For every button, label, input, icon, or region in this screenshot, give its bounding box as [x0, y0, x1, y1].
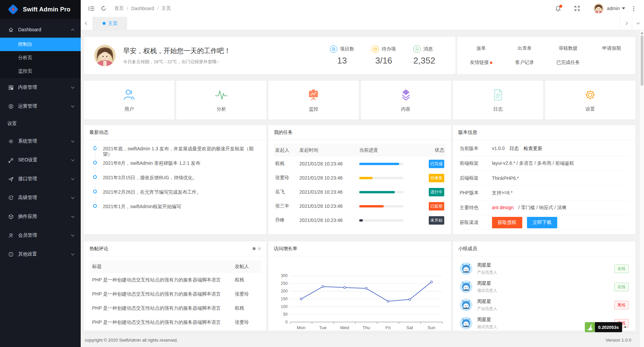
timeline-text: 2021年8月，swiftAdmin 里程碑版本 1.2.1 发布 [103, 160, 260, 166]
copyright-text: copyright © 2020 SwiftAdmin all rights r… [85, 338, 178, 343]
quick-link[interactable]: 已完成任务 [546, 60, 590, 66]
sidebar-item-label: 会员管理 [18, 232, 72, 238]
sidebar-item-tools[interactable]: SEO设置 [0, 151, 81, 169]
sidebar-item-grid[interactable]: 内容管理 [0, 78, 81, 97]
comment-title[interactable]: PHP 是一种创建动态交互性站点的强有力的服务器端脚本语言 [89, 291, 232, 297]
news-card: 最新动态 2021年底，swiftAdmin 1.3 发布，并发展成最受欢迎的极… [84, 125, 266, 234]
quick-link[interactable]: 申请假期 [590, 45, 633, 51]
sidebar-item-member[interactable]: 会员管理 [0, 226, 81, 245]
sidebar-item-euro[interactable]: 高级管理 [0, 188, 81, 207]
user-menu[interactable]: admin [594, 3, 625, 13]
task-progress [358, 219, 424, 222]
sidebar-submenu: 控制台分析页监控页 [0, 38, 81, 78]
sidebar-subitem[interactable]: 控制台 [0, 38, 81, 51]
stat-label-row: 项目数 [330, 45, 354, 53]
fullscreen-icon[interactable] [571, 0, 583, 17]
breadcrumb-item[interactable]: 首页 [114, 5, 124, 11]
comment-row: PHP 是一种创建动态交互性站点的强有力的服务器端脚本语言权栈 [89, 301, 261, 315]
breadcrumb-item[interactable]: 主页 [161, 5, 171, 11]
version-link[interactable]: 检查更新 [524, 146, 542, 151]
shortcut-log[interactable]: 日志 [453, 81, 543, 119]
brand-logo[interactable]: Swift Admin Pro [0, 0, 81, 19]
carousel-dot-2[interactable] [258, 247, 261, 250]
sidebar-item-cube[interactable]: 插件应用 [0, 207, 81, 226]
scrollbar[interactable] [639, 30, 644, 347]
progress-fill [359, 191, 395, 193]
version-row: 后端框架ThinkPHP6.* [460, 171, 629, 186]
member-role: 测试负责人 [477, 324, 497, 330]
quick-link[interactable]: 审核数据 [546, 45, 590, 51]
quick-link[interactable]: 出库单 [503, 45, 546, 51]
more-options-icon[interactable] [629, 0, 638, 17]
tab-menu-icon[interactable] [632, 17, 644, 30]
comment-author: 张爱玲 [232, 319, 261, 325]
shortcut-board[interactable]: 监控 [268, 81, 358, 119]
quick-link[interactable]: 友情链接 [459, 60, 503, 66]
quick-link[interactable]: 客户记录 [503, 60, 546, 66]
svg-text:200: 200 [281, 289, 288, 294]
sidebar-item-label: 系统管理 [18, 138, 72, 144]
shortcut-pulse[interactable]: 分析 [176, 81, 266, 119]
version-value: ant design/ 零门槛 / 响应式 / 清爽 [492, 205, 571, 211]
sidebar-item-gear[interactable]: 系统管理 [0, 132, 81, 151]
sidebar-subitem[interactable]: 监控页 [0, 65, 81, 78]
version-value: 获取授权立即下载 [492, 217, 562, 228]
tab-scroll-right-icon[interactable] [620, 17, 632, 30]
carousel-dot-1[interactable] [253, 247, 256, 250]
member-icon [8, 233, 14, 238]
breadcrumb-item[interactable]: Dashboard [131, 6, 154, 11]
quick-link[interactable]: 派单 [459, 45, 503, 51]
shortcut-layers[interactable]: 内容 [361, 81, 451, 119]
version-link[interactable]: 日志 [509, 146, 519, 151]
pulse-icon [214, 88, 228, 103]
comment-row: PHP 是一种创建动态交互性站点的强有力的服务器端脚本语言张爱玲 [89, 315, 261, 330]
tab-scroll-left-icon[interactable] [81, 17, 93, 30]
breadcrumb-separator: / [157, 6, 158, 11]
scrollbar-thumb[interactable] [641, 35, 643, 86]
comment-author: 权栈 [232, 305, 261, 311]
stat-value: 2,352 [413, 55, 435, 66]
gearbig-icon [583, 88, 597, 103]
tab-home[interactable]: 主页 [93, 17, 127, 30]
version-segment: v1.0.0 [492, 146, 505, 151]
comment-title[interactable]: PHP 是一种创建动态交互性站点的强有力的服务器端脚本语言 [89, 277, 232, 283]
status-badge: 已完成 [429, 160, 444, 168]
refresh-icon[interactable] [98, 0, 110, 17]
timeline-item: 2021年1月，swiftAdmin框架开始编写 [91, 204, 260, 218]
comment-title[interactable]: PHP 是一种创建动态交互性站点的强有力的服务器端脚本语言 [89, 305, 232, 311]
notifications-bell-icon[interactable] [552, 0, 565, 17]
cube-icon [8, 214, 14, 220]
sidebar-item-plane[interactable]: 接口管理 [0, 169, 81, 188]
scrollbar-up-arrow[interactable] [641, 32, 643, 34]
progress-track [359, 191, 404, 193]
version-segment: / 零门槛 / 响应式 / 清爽 [518, 205, 566, 210]
sidebar-section-label: 设置 [0, 116, 81, 132]
user-avatar [594, 3, 604, 13]
shortcut-gearbig[interactable]: 设置 [545, 81, 635, 119]
comments-title: 热帖评论 [89, 246, 108, 252]
version-button[interactable]: 立即下载 [527, 217, 557, 228]
sidebar-collapse-icon[interactable] [85, 0, 98, 17]
task-status: 已完成 [424, 160, 446, 168]
yen-icon [8, 104, 14, 109]
task-owner: 张爱玲 [274, 175, 298, 181]
sidebar-item-info[interactable]: 其他设置 [0, 245, 81, 264]
sidebar-item-home[interactable]: Dashboard [0, 22, 81, 38]
version-segment: ant design [492, 205, 514, 210]
welcome-card: 早安，权栈，开始您一天的工作吧！ 今日多云转阴，18℃ - 22℃，出门记得穿外… [84, 37, 455, 74]
stat-value: 3/16 [372, 55, 396, 66]
version-segment: 支持>=8.* [492, 190, 513, 195]
main-content: 早安，权栈，开始您一天的工作吧！ 今日多云转阴，18℃ - 22℃，出门记得穿外… [81, 30, 644, 333]
version-button[interactable]: 获取授权 [492, 217, 522, 228]
tasks-header-cell: 发起人 [274, 147, 298, 153]
sidebar-subitem[interactable]: 分析页 [0, 51, 81, 65]
sidebar-item-yen[interactable]: 运营管理 [0, 97, 81, 116]
username: admin [607, 6, 620, 11]
stat-label: 项目数 [340, 46, 354, 52]
comment-title[interactable]: PHP 是一种创建动态交互性站点的强有力的服务器端脚本语言 [89, 319, 232, 325]
perf-badge[interactable]: 0.202053s [585, 322, 627, 332]
member-info: 周星星产品负责人 [477, 299, 497, 312]
svg-text:Fri: Fri [386, 325, 391, 330]
member-row: 周星星项目负责人在线 [460, 278, 629, 296]
shortcut-user[interactable]: 用户 [84, 81, 174, 119]
